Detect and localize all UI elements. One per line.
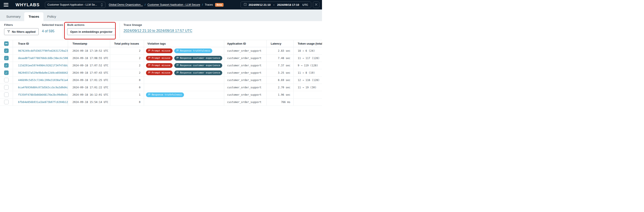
table-row: f5350f478b5b66b648176e2bc99d0e5c2024-09-… (0, 91, 322, 99)
trace-id-link[interactable]: 98204557a529e9bda9e12d4ce8566842 (18, 71, 68, 74)
date-range-start: 2024/09/12 21:10 (248, 3, 270, 6)
breadcrumb-item[interactable]: Customer Support Application - LLM Secur… (148, 3, 200, 6)
table-row: ✓deaad8f3a87788768dcddbc38ec6c5082024-09… (0, 55, 322, 62)
violation-tags: Prompt misuseResponse truthfulness (146, 48, 224, 53)
check-icon: ✓ (6, 71, 7, 74)
latency-cell: 7.37 sec (266, 62, 293, 69)
flag-icon (176, 64, 179, 67)
table-row: ✓98204557a529e9bda9e12d4ce85668422024-09… (0, 69, 322, 77)
trace-id-link[interactable]: 6fb64e856b931a1be873b07fc6304b12 (18, 101, 68, 104)
tab-policy[interactable]: Policy (44, 12, 60, 21)
header-checkbox-cell (0, 40, 13, 47)
violation-tag[interactable]: Prompt misuse (146, 56, 172, 61)
clear-date-button[interactable] (313, 1, 320, 8)
row-checkbox[interactable] (4, 93, 9, 97)
trace-id-cell: 9676249cddfd3657f90fed2631729a23 (13, 47, 68, 55)
trace-id-link[interactable]: 115d291ee59744984c92821f34f47ddc (18, 64, 68, 67)
violation-tag-label: Response truthfulness (180, 49, 210, 52)
table-row: 6fb64e856b931a1be873b07fc6304b122024-09-… (0, 99, 322, 106)
column-header-timestamp: Timestamp (68, 40, 110, 47)
bulk-actions-label: Bulk actions (67, 23, 116, 26)
application-id-cell: customer_order_support (224, 91, 266, 99)
row-checkbox-cell (0, 91, 13, 99)
filters-button-label: No filters applied (12, 30, 36, 33)
check-icon: ✓ (6, 64, 7, 67)
token-usage-cell: 12 → 116 (128) (293, 77, 322, 84)
row-checkbox[interactable]: ✓ (4, 63, 9, 68)
policy-issues-cell: 2 (110, 47, 144, 55)
violation-tag[interactable]: Response truthfulness (146, 93, 184, 97)
token-usage-cell: 11 → 8 (19) (293, 69, 322, 77)
trace-id-cell: 98204557a529e9bda9e12d4ce8566842 (13, 69, 68, 77)
toolbar-divider (63, 23, 63, 38)
selected-traces-label: Selected traces (42, 23, 63, 26)
violation-tags-cell: Prompt misuseResponse customer experienc… (144, 69, 224, 77)
row-checkbox[interactable]: ✓ (4, 48, 9, 53)
trace-lineage-link[interactable]: 2024/09/12 21:10 to 2024/09/18 17:57 UTC (124, 29, 192, 33)
trace-id-link[interactable]: f5350f478b5b66b648176e2bc99d0e5c (18, 93, 68, 96)
trace-id-link[interactable]: 9676249cddfd3657f90fed2631729a23 (18, 49, 68, 52)
violation-tag[interactable]: Prompt misuse (146, 48, 172, 53)
row-checkbox-cell: ✓ (0, 69, 13, 77)
timestamp-cell: 2024-09-18 17:07:52 UTC (68, 62, 110, 69)
violation-tag[interactable]: Response customer experience (174, 56, 222, 61)
policy-issues-cell: 0 (110, 77, 144, 84)
row-checkbox[interactable] (4, 100, 9, 104)
latency-cell: 2.70 sec (266, 84, 293, 91)
tab-summary[interactable]: Summary (2, 12, 24, 21)
filters-group: Filters No filters applied (4, 23, 39, 35)
latency-cell: 7.48 sec (266, 55, 293, 62)
trace-id-cell: 6ca4f6930d60c073d563ccbc9a3d0d4c (13, 84, 68, 91)
trace-id-cell: deaad8f3a87788768dcddbc38ec6c508 (13, 55, 68, 62)
table-header-row: Trace IDTimestampTotal policy issuesViol… (0, 40, 322, 47)
violation-tag[interactable]: Prompt misuse (146, 70, 172, 75)
latency-cell: 1.96 sec (266, 91, 293, 99)
violation-tag[interactable]: Response truthfulness (174, 48, 212, 53)
violation-tags: Prompt misuseResponse customer experienc… (146, 63, 224, 68)
row-checkbox[interactable] (4, 85, 9, 90)
token-usage-cell (293, 91, 322, 99)
violation-tag[interactable]: Prompt misuse (146, 63, 172, 68)
violation-tag[interactable]: Response customer experience (174, 70, 222, 75)
violation-tags: Response truthfulness (146, 93, 224, 97)
violation-tags: Prompt misuseResponse customer experienc… (146, 56, 224, 61)
model-selector[interactable]: Customer Support Application - LLM Se... (45, 2, 106, 8)
row-checkbox-cell (0, 84, 13, 91)
selected-traces-group: Selected traces 4 of 595 (42, 23, 63, 33)
filters-label: Filters (4, 23, 39, 26)
row-checkbox[interactable]: ✓ (4, 56, 9, 60)
menu-icon[interactable] (4, 3, 8, 6)
tab-traces[interactable]: Traces (24, 12, 44, 21)
select-all-checkbox[interactable] (4, 41, 9, 46)
open-embeddings-projector-button[interactable]: Open in embeddings projector (67, 28, 116, 35)
trace-id-link[interactable]: deaad8f3a87788768dcddbc38ec6c508 (18, 57, 68, 60)
column-header-latency: Latency (266, 40, 293, 47)
timestamp-cell: 2024-09-18 15:54:14 UTC (68, 99, 110, 106)
application-id-cell: customer_order_support (224, 62, 266, 69)
row-checkbox-cell (0, 99, 13, 106)
date-range-separator: - (274, 3, 274, 6)
token-usage-cell: 18 → 6 (24) (293, 47, 322, 55)
violation-tag-label: Prompt misuse (152, 57, 170, 59)
column-header-violation-tags: Violation tags (144, 40, 224, 47)
timestamp-cell: 2024-09-18 17:08:55 UTC (68, 55, 110, 62)
row-checkbox[interactable]: ✓ (4, 70, 9, 75)
policy-issues-cell: 1 (110, 91, 144, 99)
funnel-icon (7, 30, 10, 34)
top-bar: WHYLABS Customer Support Application - L… (0, 0, 322, 9)
violation-tag-label: Prompt misuse (152, 64, 170, 67)
row-checkbox[interactable] (4, 78, 9, 82)
violation-tag[interactable]: Response customer experience (174, 63, 222, 68)
bulk-action-button-label: Open in embeddings projector (70, 30, 112, 33)
date-range-picker[interactable]: 2024/09/12 21:10 - 2024/09/18 17:10 UTC (240, 1, 311, 8)
selected-traces-count: 4 of 595 (42, 29, 63, 33)
trace-id-link[interactable]: 6ca4f6930d60c073d563ccbc9a3d0d4c (18, 86, 68, 89)
breadcrumb-item[interactable]: Global Demo Organization... (109, 3, 143, 6)
flag-icon (148, 93, 150, 96)
trace-id-link[interactable]: 446b90c5d53c7246c200e31038af61a4 (18, 79, 68, 82)
row-checkbox-cell: ✓ (0, 55, 13, 62)
policy-issues-cell: 2 (110, 55, 144, 62)
filters-button[interactable]: No filters applied (4, 28, 39, 35)
violation-tag-label: Prompt misuse (152, 49, 170, 52)
policy-issues-cell: 0 (110, 99, 144, 106)
